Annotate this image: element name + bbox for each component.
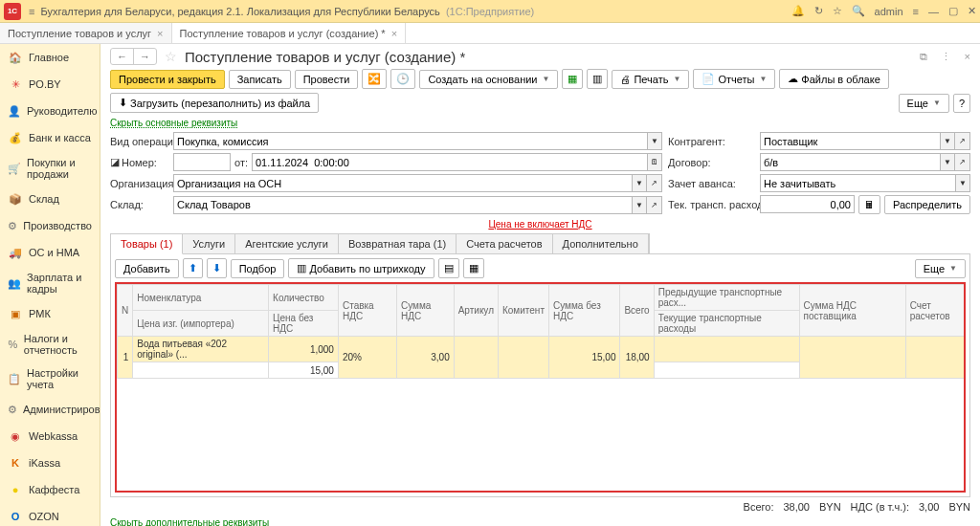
back-button[interactable]: ← [111,49,134,64]
tab-agent[interactable]: Агентские услуги [235,234,339,253]
minimize-icon[interactable]: — [928,6,939,17]
print-button[interactable]: 🖨 Печать▼ [612,70,689,89]
sidebar-item[interactable]: 👤Руководителю [0,98,100,124]
distribute-button[interactable]: Распределить [884,195,970,214]
tab-services[interactable]: Услуги [183,234,235,253]
history-icon[interactable]: ↻ [814,5,823,17]
calc-button[interactable]: 🖩 [858,195,880,214]
toolbar: Провести и закрыть Записать Провести 🔀 🕒… [110,69,970,113]
structure-button[interactable]: 🕒 [390,69,415,89]
options-icon[interactable]: ⋮ [941,51,951,63]
sidebar-item[interactable]: ●Каффеста [0,476,100,503]
app-title: Бухгалтерия для Беларуси, редакция 2.1. … [40,6,791,17]
excel-button[interactable]: ▦ [562,69,583,89]
warehouse-input[interactable] [173,196,632,214]
search-icon[interactable]: 🔍 [852,5,865,17]
more-button[interactable]: Еще▼ [899,94,949,113]
optype-label: Вид операции: [110,136,167,147]
page-title: Поступление товаров и услуг (создание) * [185,49,465,65]
star-icon[interactable]: ☆ [833,5,842,17]
add-by-barcode-button[interactable]: ▥ Добавить по штрихкоду [288,258,434,278]
selection-button[interactable]: Подбор [231,259,285,278]
tab-return-tare[interactable]: Возвратная тара (1) [339,234,457,253]
barcode-button[interactable]: ▥ [587,69,608,89]
post-and-close-button[interactable]: Провести и закрыть [110,70,225,89]
move-up-button[interactable]: ⬆ [183,258,203,278]
advance-input[interactable] [760,174,955,192]
sidebar-item[interactable]: 🛒Покупки и продажи [0,151,100,186]
close-icon[interactable]: × [391,28,397,39]
sidebar-item[interactable]: 🚚ОС и НМА [0,239,100,266]
open-icon[interactable]: ↗ [647,196,662,214]
number-input[interactable] [173,153,231,171]
add-row-button[interactable]: Добавить [115,259,179,278]
avans-label: Зачет аванса: [668,178,754,189]
dropdown-icon[interactable]: ▼ [940,132,955,150]
sidebar-item[interactable]: 🏠Главное [0,44,100,71]
app-logo: 1C [4,3,21,20]
tab-extra[interactable]: Дополнительно [553,234,649,253]
move-down-button[interactable]: ⬇ [207,258,227,278]
movements-button[interactable]: 🔀 [362,69,387,89]
create-based-button[interactable]: Создать на основании▼ [419,70,558,89]
help-button[interactable]: ? [953,94,970,113]
dropdown-icon[interactable]: ▼ [940,153,955,171]
document-tab[interactable]: Поступление товаров и услуг (создание) *… [172,23,407,43]
hide-main-link[interactable]: Скрыть основные реквизиты [110,118,237,128]
dropdown-icon[interactable]: ▼ [955,174,970,192]
detach-icon[interactable]: ⧉ [920,51,927,63]
open-icon[interactable]: ↗ [955,132,970,150]
write-button[interactable]: Записать [229,70,291,89]
settings-icon[interactable]: ≡ [913,6,919,17]
cloud-files-button[interactable]: ☁ Файлы в облаке [779,69,888,89]
sidebar-item[interactable]: ◉Webkassa [0,423,100,449]
close-icon[interactable]: × [157,28,163,39]
content: ← → ☆ Поступление товаров и услуг (созда… [100,44,980,526]
sidebar-item[interactable]: ▣РМК [0,300,100,327]
optype-input[interactable] [173,132,647,150]
sidebar-item[interactable]: 📋Настройки учета [0,362,100,396]
sidebar-item[interactable]: 👥Зарплата и кадры [0,266,100,300]
document-tab[interactable]: Поступление товаров и услуг× [0,23,172,43]
sidebar-item[interactable]: OOZON [0,503,100,526]
transport-expenses-input[interactable] [760,195,855,213]
menu-icon[interactable]: ≡ [29,6,34,17]
load-from-file-button[interactable]: ⬇ Загрузить (перезаполнить) из файла [110,93,319,113]
toolbar-icon[interactable]: ▦ [463,258,484,278]
sidebar-item[interactable]: ✳PO.BY [0,71,100,98]
user-label[interactable]: admin [875,6,903,17]
open-icon[interactable]: ↗ [955,153,970,171]
sidebar-item[interactable]: ⚙Администрирование [0,396,100,423]
open-icon[interactable]: ↗ [647,174,662,192]
more-table-button[interactable]: Еще▼ [915,259,966,278]
dropdown-icon[interactable]: ▼ [632,174,647,192]
close-icon[interactable]: ✕ [968,5,976,17]
sidebar-item[interactable]: 💰Банк и касса [0,124,100,151]
sidebar-item[interactable]: %Налоги и отчетность [0,327,100,362]
table-row[interactable]: 1 Вода питьевая «202 original» (...1,000… [118,337,967,362]
tab-goods[interactable]: Товары (1) [111,234,183,254]
org-input[interactable] [173,174,632,192]
dropdown-icon[interactable]: ▼ [632,196,647,214]
contractor-input[interactable] [760,132,940,150]
forward-button[interactable]: → [134,49,156,64]
reports-button[interactable]: 📄 Отчеты▼ [693,69,775,89]
sidebar-item[interactable]: 📦Склад [0,186,100,212]
hide-extra-link[interactable]: Скрыть дополнительные реквизиты [110,517,269,526]
nav-buttons: ← → [110,48,157,65]
maximize-icon[interactable]: ▢ [948,5,958,17]
goods-table[interactable]: N НоменклатураКоличество Ставка НДССумма… [115,282,966,493]
tab-accounts[interactable]: Счета расчетов [457,234,552,253]
sidebar-item[interactable]: ⚙Производство [0,212,100,239]
toolbar-icon[interactable]: ▤ [438,258,459,278]
post-button[interactable]: Провести [295,70,359,89]
close-page-icon[interactable]: × [965,51,970,62]
calendar-icon[interactable]: 🗓 [647,153,662,171]
favorite-icon[interactable]: ☆ [165,49,177,64]
bell-icon[interactable]: 🔔 [791,5,805,17]
date-input[interactable] [252,153,647,171]
vat-mode-link[interactable]: Цена не включает НДС [488,219,591,230]
sidebar-item[interactable]: KiKassa [0,449,100,476]
contract-input[interactable] [760,153,940,171]
dropdown-icon[interactable]: ▼ [647,132,662,150]
